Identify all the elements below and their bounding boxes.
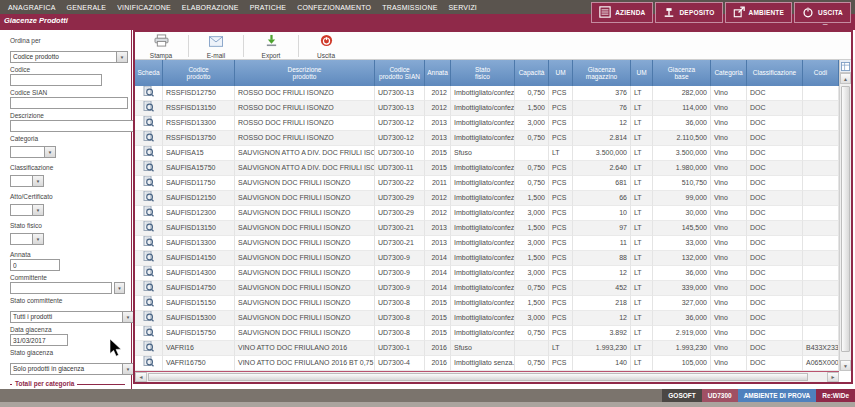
table-row[interactable]: SAUFISD14300SAUVIGNON DOC FRIULI ISONZOU… <box>135 266 839 281</box>
table-row[interactable]: SAUFISD11750SAUVIGNON DOC FRIULI ISONZOU… <box>135 176 839 191</box>
toolbar-button-e-mail[interactable]: E-mail <box>194 33 238 59</box>
product-detail-magnifier-icon[interactable] <box>143 161 154 176</box>
table-row[interactable]: SAUFISD15300SAUVIGNON DOC FRIULI ISONZOU… <box>135 311 839 326</box>
stato-committente-select[interactable]: Tutti i prodotti▼ <box>10 311 134 323</box>
menu-item-servizi[interactable]: SERVIZI <box>449 4 478 11</box>
product-detail-magnifier-icon[interactable] <box>143 191 154 206</box>
committente-input[interactable] <box>10 282 112 294</box>
product-detail-magnifier-icon[interactable] <box>143 101 154 116</box>
table-row[interactable]: VAFRI16VINO ATTO DOC FRIULANO 2016UD7300… <box>135 341 839 356</box>
dropdown-arrow-icon[interactable]: ▼ <box>44 147 55 157</box>
dropdown-arrow-icon[interactable]: ▼ <box>32 205 43 215</box>
product-detail-magnifier-icon[interactable] <box>143 356 154 371</box>
dropdown-arrow-icon[interactable]: ▼ <box>122 312 133 322</box>
vertical-scroll-track[interactable] <box>840 84 851 360</box>
vertical-scroll-thumb[interactable] <box>841 86 850 352</box>
menu-item-generale[interactable]: GENERALE <box>67 4 107 11</box>
column-header-categoria[interactable]: Categoria <box>711 60 747 86</box>
table-row[interactable]: RSSFISD12750ROSSO DOC FRIULI ISONZOUD730… <box>135 86 839 101</box>
table-row[interactable]: SAUFISD14150SAUVIGNON DOC FRIULI ISONZOU… <box>135 251 839 266</box>
column-header-um2[interactable]: UM <box>631 60 653 86</box>
codice-sian-input[interactable] <box>10 97 128 109</box>
dropdown-arrow-icon[interactable]: ▼ <box>116 52 127 62</box>
product-detail-magnifier-icon[interactable] <box>143 311 154 326</box>
ordina-per-select[interactable]: Codice prodotto▼ <box>10 51 128 63</box>
annata-input[interactable] <box>10 259 60 271</box>
table-row[interactable]: SAUFISD13300SAUVIGNON DOC FRIULI ISONZOU… <box>135 236 839 251</box>
codice-input[interactable] <box>10 74 102 86</box>
table-row[interactable]: SAUFISD14750SAUVIGNON DOC FRIULI ISONZOU… <box>135 281 839 296</box>
column-header-descrizione-prodotto[interactable]: Descrizione prodotto <box>235 60 375 86</box>
product-detail-magnifier-icon[interactable] <box>143 131 154 146</box>
column-header-giacenza-magazzino[interactable]: Giacenza magazzino <box>573 60 631 86</box>
column-header-annata[interactable]: Annata <box>425 60 451 86</box>
product-detail-magnifier-icon[interactable] <box>143 206 154 221</box>
toolbar-button-export[interactable]: Export <box>249 33 293 59</box>
column-header-giacenza-base[interactable]: Giacenza base <box>653 60 711 86</box>
product-detail-magnifier-icon[interactable] <box>143 221 154 236</box>
product-detail-magnifier-icon[interactable] <box>143 86 154 101</box>
column-header-scheda[interactable]: Scheda <box>135 60 163 86</box>
menu-item-anagrafica[interactable]: ANAGRAFICA <box>8 4 56 11</box>
toolbar-button-stampa[interactable]: Stampa <box>139 33 183 59</box>
column-header-codice-prodotto-sian[interactable]: Codice prodotto SIAN <box>375 60 425 86</box>
table-row[interactable]: SAUFISD15150SAUVIGNON DOC FRIULI ISONZOU… <box>135 296 839 311</box>
dropdown-arrow-icon[interactable]: ▼ <box>114 282 125 294</box>
toolbar-button-uscita[interactable]: Uscita <box>304 33 348 59</box>
column-header-um1[interactable]: UM <box>549 60 573 86</box>
product-detail-magnifier-icon[interactable] <box>143 251 154 266</box>
scroll-up-button[interactable]: ▲ <box>840 73 851 84</box>
product-detail-magnifier-icon[interactable] <box>143 266 154 281</box>
scroll-left-button[interactable]: ◄ <box>135 372 147 382</box>
column-header-capacita[interactable]: Capacità <box>515 60 549 86</box>
dropdown-arrow-icon[interactable]: ▼ <box>122 364 133 374</box>
column-header-codi[interactable]: Codi <box>803 60 839 86</box>
horizontal-scroll-thumb[interactable] <box>148 373 808 381</box>
scroll-right-button[interactable]: ► <box>827 372 839 382</box>
vertical-scrollbar[interactable]: ▲ ▼ <box>839 60 851 371</box>
stato-giacenza-select[interactable]: Solo prodotti in giacenza▼ <box>10 363 134 375</box>
product-detail-magnifier-icon[interactable] <box>143 116 154 131</box>
column-header-stato-fisico[interactable]: Stato fisico <box>451 60 515 86</box>
table-row[interactable]: RSSFISD13300ROSSO DOC FRIULI ISONZOUD730… <box>135 116 839 131</box>
horizontal-scrollbar[interactable]: ◄ ► <box>135 371 839 382</box>
menu-item-elaborazione[interactable]: ELABORAZIONE <box>182 4 239 11</box>
menu-item-trasmissione[interactable]: TRASMISSIONE <box>382 4 437 11</box>
stato-fisico-select[interactable]: ▼ <box>10 233 44 245</box>
table-row[interactable]: RSSFISD13150ROSSO DOC FRIULI ISONZOUD730… <box>135 101 839 116</box>
grid-settings-icon[interactable] <box>840 60 851 73</box>
atto-certificato-select[interactable]: ▼ <box>10 204 44 216</box>
horizontal-scroll-track[interactable] <box>147 372 827 382</box>
classificazione-select[interactable]: ▼ <box>10 175 44 187</box>
product-detail-magnifier-icon[interactable] <box>143 146 154 161</box>
topbar-button-azienda[interactable]: AZIENDA <box>591 2 653 23</box>
product-detail-magnifier-icon[interactable] <box>143 281 154 296</box>
topbar-button-uscita[interactable]: USCITA <box>794 2 851 23</box>
menu-item-pratiche[interactable]: PRATICHE <box>250 4 286 11</box>
column-header-classificazione[interactable]: Classificazione <box>747 60 803 86</box>
table-row[interactable]: SAUFISD12150SAUVIGNON DOC FRIULI ISONZOU… <box>135 191 839 206</box>
table-row[interactable]: SAUFISD15750SAUVIGNON DOC FRIULI ISONZOU… <box>135 326 839 341</box>
dropdown-arrow-icon[interactable]: ▼ <box>32 176 43 186</box>
data-giacenza-input[interactable] <box>10 334 68 346</box>
table-row[interactable]: SAUFISD13150SAUVIGNON DOC FRIULI ISONZOU… <box>135 221 839 236</box>
product-detail-magnifier-icon[interactable] <box>143 176 154 191</box>
table-row[interactable]: SAUFISA15750SAUVIGNON ATTO A DIV. DOC FR… <box>135 161 839 176</box>
descrizione-input[interactable] <box>10 120 134 132</box>
table-row[interactable]: SAUFISA15SAUVIGNON ATTO A DIV. DOC FRIUL… <box>135 146 839 161</box>
product-detail-magnifier-icon[interactable] <box>143 236 154 251</box>
product-detail-magnifier-icon[interactable] <box>143 341 154 356</box>
table-row[interactable]: VAFRI16750VINO ATTO DOC FRIULANO 2016 BT… <box>135 356 839 371</box>
menu-item-vinificazione[interactable]: VINIFICAZIONE <box>117 4 171 11</box>
table-row[interactable]: RSSFISD13750ROSSO DOC FRIULI ISONZOUD730… <box>135 131 839 146</box>
dropdown-arrow-icon[interactable]: ▼ <box>32 234 43 244</box>
topbar-button-ambiente[interactable]: AMBIENTE <box>725 2 793 23</box>
table-row[interactable]: SAUFISD12300SAUVIGNON DOC FRIULI ISONZOU… <box>135 206 839 221</box>
topbar-button-deposito[interactable]: DEPOSITO <box>655 2 722 23</box>
scroll-down-button[interactable]: ▼ <box>840 360 851 371</box>
product-detail-magnifier-icon[interactable] <box>143 296 154 311</box>
categoria-select[interactable]: ▼ <box>10 146 56 158</box>
column-header-codice-prodotto[interactable]: Codice prodotto <box>163 60 235 86</box>
menu-item-confezionamento[interactable]: CONFEZIONAMENTO <box>297 4 371 11</box>
product-detail-magnifier-icon[interactable] <box>143 326 154 341</box>
